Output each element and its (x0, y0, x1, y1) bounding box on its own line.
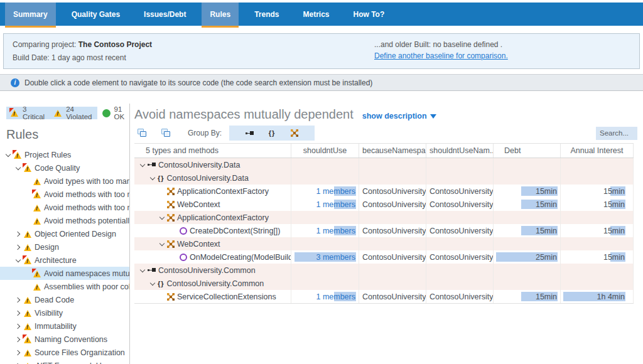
collapse-groups-button[interactable] (161, 129, 171, 137)
critical-filter[interactable]: 3 Critical (10, 105, 45, 120)
search-input[interactable] (596, 127, 637, 140)
tab-summary[interactable]: Summary (5, 3, 56, 26)
chevron-down-icon[interactable] (14, 256, 23, 265)
chevron-down-icon[interactable] (158, 240, 167, 249)
rule-tree-item[interactable]: Design (0, 240, 129, 254)
type-icon (167, 188, 175, 195)
ok-filter[interactable]: 91 OK (102, 105, 129, 120)
rule-tree-item[interactable]: Avoid methods potentially (0, 214, 129, 227)
rule-title: Avoid namespaces mutually dependent (134, 107, 354, 122)
rule-tree-item[interactable]: Immutability (0, 319, 129, 333)
cell-becausenamespaces: ContosoUniversity.Data (359, 250, 426, 264)
tab-issues-debt[interactable]: Issues/Debt (136, 3, 194, 26)
tab-rules[interactable]: Rules (202, 3, 239, 26)
rule-tree-item[interactable]: .NET Framework Usage (0, 359, 129, 364)
group-by-braces-button[interactable]: {} (266, 127, 278, 139)
grid-row[interactable]: OnModelCreating(ModelBuilder)3 membersCo… (134, 250, 634, 264)
column-header[interactable]: shouldntUse (291, 144, 359, 158)
rule-tree-item[interactable]: Object Oriented Design (0, 227, 129, 240)
rule-tree-item[interactable]: Avoid namespaces mutuall (0, 267, 129, 280)
column-header[interactable]: becauseNamespa... (359, 144, 426, 158)
violated-filter[interactable]: 24 Violated (53, 105, 92, 120)
grid-header-row: 5 types and methodsshouldntUsebecauseNam… (134, 143, 634, 158)
cell-debt-value: 15min (536, 292, 557, 301)
group-by-namespace-button[interactable] (244, 127, 255, 139)
comparison-right: ...and older Built: no baseline defined … (374, 38, 508, 60)
grid-row[interactable]: {}ContosoUniversity.Data (134, 171, 634, 185)
define-baseline-link[interactable]: Define another baseline for comparison. (374, 51, 508, 60)
grid-row[interactable]: ServiceCollectionExtensions1 membersCont… (134, 290, 634, 303)
grid-row[interactable]: {}ContosoUniversity.Common (134, 277, 634, 290)
warning-icon (23, 349, 32, 356)
cell-shouldntusenamespaces: ContosoUniversity.Data (426, 250, 494, 264)
group-by-label: Group By: (188, 129, 222, 137)
grid-row[interactable]: ContosoUniversity.Common (134, 264, 634, 277)
chevron-down-icon[interactable] (4, 151, 13, 159)
cell-shouldntuse (291, 277, 359, 290)
column-header[interactable]: 5 types and methods (134, 144, 291, 158)
chevron-down-icon[interactable] (158, 213, 167, 222)
chevron-down-icon[interactable] (149, 174, 158, 183)
rule-tree-item[interactable]: Avoid methods with too m (0, 188, 129, 201)
chevron-right-icon[interactable] (14, 243, 23, 252)
tab-metrics[interactable]: Metrics (294, 3, 337, 26)
chevron-down-icon[interactable] (149, 279, 158, 288)
chevron-down-icon[interactable] (14, 164, 23, 173)
chevron-right-icon[interactable] (14, 309, 23, 318)
rule-tree-item[interactable]: Architecture (0, 254, 129, 267)
critical-icon (10, 109, 19, 117)
code-element-name: ContosoUniversity.Data (158, 161, 240, 169)
rule-tree-item[interactable]: Source Files Organization (0, 346, 129, 359)
cell-shouldntusenamespaces: ContosoUniversity.Common (426, 290, 494, 303)
chevron-placeholder (158, 187, 167, 196)
column-header[interactable]: Debt (494, 144, 561, 158)
chevron-right-icon[interactable] (14, 322, 23, 331)
warning-icon (23, 323, 32, 330)
rule-tree-item[interactable]: Avoid methods with too m (0, 201, 129, 214)
grid-row[interactable]: ContosoUniversity.Data (134, 158, 634, 171)
tab-how-to-[interactable]: How To? (345, 3, 393, 26)
group-by-type-button[interactable] (289, 127, 300, 139)
tab-trends[interactable]: Trends (246, 3, 287, 26)
grid-row[interactable]: WebContext1 membersContosoUniversity.Dat… (134, 198, 634, 211)
chevron-right-icon[interactable] (14, 296, 23, 304)
cell-annual-interest (561, 237, 634, 250)
cell-debt: 15min (494, 224, 561, 237)
chevron-right-icon[interactable] (14, 361, 23, 364)
rule-tree-item[interactable]: Avoid types with too many (0, 174, 129, 188)
code-element-name: ApplicationContextFactory (177, 187, 269, 196)
chevron-right-icon[interactable] (14, 230, 23, 238)
chevron-right-icon[interactable] (14, 335, 23, 344)
main-panel: Avoid namespaces mutually dependent show… (130, 104, 643, 364)
column-header[interactable]: Annual Interest (561, 144, 634, 158)
baseline-status: ...and older Built: no baseline defined … (374, 38, 508, 51)
grid-toolbar: Group By: {} (134, 125, 643, 141)
rule-tree-item[interactable]: Naming Conventions (0, 333, 129, 346)
show-description-link[interactable]: show description (362, 112, 436, 120)
chevron-down-icon[interactable] (139, 161, 148, 169)
rule-tree-item[interactable]: Visibility (0, 306, 129, 319)
expand-groups-button[interactable] (138, 129, 148, 137)
warning-icon (23, 230, 32, 238)
rule-tree-item[interactable]: Code Quality (0, 161, 129, 174)
grid-row[interactable]: CreateDbContext(String[])1 membersContos… (134, 224, 634, 237)
build-date: Build Date: 1 day ago most recent (13, 51, 639, 65)
grid-row[interactable]: ApplicationContextFactory1 membersContos… (134, 185, 634, 198)
rule-tree-item[interactable]: Dead Code (0, 293, 129, 306)
cell-becausenamespaces (359, 277, 426, 290)
cell-annual-interest: 15min (561, 185, 634, 198)
column-header[interactable]: shouldntUseNam... (426, 144, 494, 158)
ok-icon (102, 109, 111, 117)
grid-row[interactable]: ApplicationContextFactory (134, 211, 634, 224)
tab-quality-gates[interactable]: Quality Gates (63, 3, 128, 26)
chevron-right-icon[interactable] (14, 348, 23, 357)
rule-tree-item[interactable]: Project Rules (0, 148, 129, 161)
critical-count-label: 3 Critical (23, 105, 45, 120)
chevron-down-icon[interactable] (139, 266, 148, 275)
chevron-placeholder (158, 292, 167, 301)
info-icon: i (11, 78, 19, 87)
rule-tree-item[interactable]: Assemblies with poor cohe (0, 280, 129, 293)
chevron-placeholder (24, 217, 33, 225)
cell-debt-value: 25min (536, 253, 557, 262)
grid-row[interactable]: WebContext (134, 237, 634, 250)
